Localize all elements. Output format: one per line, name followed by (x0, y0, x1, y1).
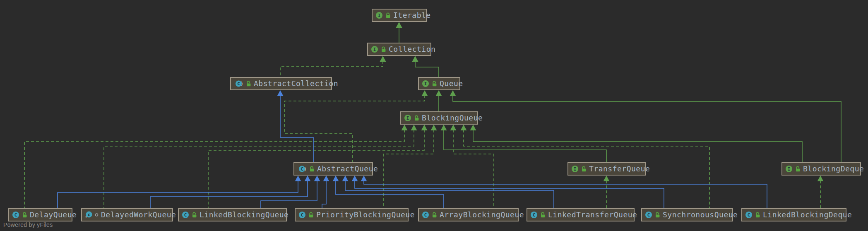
edge-queue-extends-collection (412, 56, 439, 77)
interface-icon: I (571, 165, 579, 173)
uml-diagram-canvas[interactable]: I Iterable I Collection ( C ) AbstractCo… (0, 0, 868, 231)
interface-icon: I (422, 80, 429, 87)
public-visibility-lock-icon (380, 46, 387, 53)
svg-text:I: I (378, 13, 381, 18)
class-node-array-blocking-queue[interactable]: C ArrayBlockingQueue (418, 208, 519, 221)
svg-text:I: I (788, 166, 791, 172)
svg-text:C: C (14, 212, 17, 218)
public-visibility-lock-icon (22, 212, 28, 218)
abstract-class-icon: ( C ) (234, 80, 243, 87)
edge-blockingdeque-extends-queue (450, 90, 842, 162)
class-node-abstract-queue[interactable]: ( C ) AbstractQueue (293, 162, 373, 176)
svg-text:I: I (424, 81, 427, 87)
edge-linkedtransferqueue-extends-abstractqueue (342, 176, 554, 208)
svg-text:C: C (748, 212, 750, 218)
public-visibility-lock-icon (431, 80, 438, 87)
class-node-blocking-deque[interactable]: I BlockingDeque (781, 162, 861, 176)
class-node-priority-blocking-queue[interactable]: C PriorityBlockingQueue (295, 208, 409, 221)
edge-linkedtransferqueue-implements-transferqueue (604, 176, 610, 208)
static-inner-class-icon: c (85, 211, 92, 219)
class-node-collection[interactable]: I Collection (367, 43, 431, 56)
svg-text:C: C (647, 212, 650, 218)
class-node-linked-blocking-deque[interactable]: C LinkedBlockingDeque (741, 208, 846, 221)
class-node-synchronous-queue[interactable]: C SynchronousQueue (641, 208, 733, 221)
class-node-label: AbstractCollection (254, 80, 338, 87)
class-node-iterable[interactable]: I Iterable (372, 9, 427, 22)
edge-delayqueue-extends-abstractqueue (58, 176, 301, 208)
class-node-label: DelayedWorkQueue (101, 211, 176, 219)
class-node-label: LinkedTransferQueue (548, 211, 637, 219)
class-node-label: Collection (389, 46, 435, 53)
svg-text:): ) (304, 166, 307, 172)
abstract-class-icon: ( C ) (297, 165, 307, 173)
class-icon: C (422, 211, 429, 219)
class-node-abstract-collection[interactable]: ( C ) AbstractCollection (230, 77, 332, 90)
public-visibility-lock-icon (654, 212, 661, 218)
edge-arrayblockingqueue-implements-blockingqueue (450, 125, 494, 208)
svg-text:I: I (373, 47, 376, 52)
class-node-label: DelayQueue (30, 211, 77, 219)
edge-blockingqueue-extends-queue (436, 90, 442, 111)
class-icon: C (645, 211, 652, 219)
public-visibility-lock-icon (755, 212, 761, 218)
public-visibility-lock-icon (540, 212, 546, 218)
public-visibility-lock-icon (308, 212, 314, 218)
edge-synchronousqueue-extends-abstractqueue (352, 176, 664, 208)
class-node-linked-blocking-queue[interactable]: C LinkedBlockingQueue (178, 208, 287, 221)
class-node-transfer-queue[interactable]: I TransferQueue (567, 162, 646, 176)
interface-icon: I (404, 114, 411, 122)
svg-text:C: C (301, 212, 304, 218)
public-visibility-lock-icon (431, 212, 438, 218)
interface-icon: I (785, 165, 793, 173)
class-icon: C (298, 211, 306, 219)
class-icon: C (530, 211, 538, 219)
class-node-delayed-work-queue[interactable]: c DelayedWorkQueue (81, 208, 173, 221)
interface-icon: I (371, 46, 378, 53)
interface-icon: I (375, 12, 383, 19)
edge-priorityblockingqueue-extends-abstractqueue (322, 176, 329, 208)
class-node-label: LinkedBlockingQueue (200, 211, 289, 219)
edge-delayedworkqueue-extends-abstractqueue (150, 176, 311, 208)
svg-text:c: c (88, 212, 91, 217)
edge-abstractcollection-implements-collection (280, 56, 386, 77)
svg-text:C: C (424, 212, 427, 218)
public-visibility-lock-icon (581, 166, 587, 172)
public-visibility-lock-icon (191, 212, 197, 218)
class-node-queue[interactable]: I Queue (418, 77, 460, 90)
public-visibility-lock-icon (385, 12, 391, 19)
class-icon: C (12, 211, 19, 219)
svg-text:C: C (533, 212, 536, 218)
class-node-label: BlockingDeque (803, 165, 864, 173)
class-node-label: Queue (440, 80, 463, 87)
class-node-blocking-queue[interactable]: I BlockingQueue (400, 111, 478, 125)
edge-linkedblockingdeque-extends-abstractqueue (361, 176, 767, 208)
package-private-visibility-icon (94, 212, 99, 218)
public-visibility-lock-icon (245, 80, 252, 87)
svg-text:C: C (237, 81, 240, 87)
class-node-label: SynchronousQueue (663, 211, 738, 219)
edge-linkedblockingqueue-extends-abstractqueue (261, 176, 320, 208)
class-node-label: LinkedBlockingDeque (763, 211, 852, 219)
public-visibility-lock-icon (795, 166, 801, 172)
class-icon: C (182, 211, 189, 219)
svg-text:C: C (184, 212, 187, 218)
edge-blockingdeque-extends-blockingqueue (470, 125, 803, 162)
edge-priorityblockingqueue-implements-blockingqueue (383, 125, 437, 208)
svg-text:C: C (301, 166, 303, 172)
svg-text:I: I (406, 116, 409, 121)
edge-linkedblockingdeque-implements-blockingdeque (818, 176, 824, 208)
class-node-label: PriorityBlockingQueue (316, 211, 415, 219)
class-node-label: AbstractQueue (317, 165, 378, 173)
class-icon: C (745, 211, 753, 219)
yfiles-watermark: Powered by yFiles (3, 221, 53, 228)
svg-text:): ) (240, 81, 244, 87)
edge-arrayblockingqueue-extends-abstractqueue (333, 176, 444, 208)
class-node-delay-queue[interactable]: C DelayQueue (8, 208, 72, 221)
public-visibility-lock-icon (414, 115, 420, 121)
public-visibility-lock-icon (309, 166, 315, 172)
edge-abstractqueue-implements-queue (284, 90, 428, 162)
svg-text:I: I (574, 166, 577, 172)
class-node-label: BlockingQueue (422, 114, 483, 122)
class-node-label: TransferQueue (589, 165, 650, 173)
class-node-linked-transfer-queue[interactable]: C LinkedTransferQueue (527, 208, 635, 221)
